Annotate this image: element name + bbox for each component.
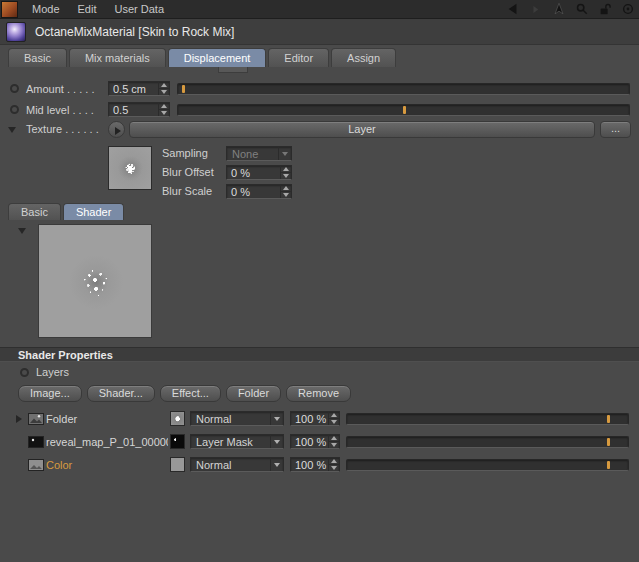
sampling-label: Sampling bbox=[162, 146, 208, 161]
subtab-shader[interactable]: Shader bbox=[63, 203, 124, 220]
amount-field[interactable]: 0.5 cm bbox=[108, 81, 170, 96]
mid-level-slider[interactable] bbox=[177, 104, 630, 116]
layer-name[interactable]: Folder bbox=[46, 409, 168, 429]
tab-basic[interactable]: Basic bbox=[8, 48, 67, 67]
remove-button[interactable]: Remove bbox=[286, 385, 351, 402]
opacity-value: 100 % bbox=[295, 458, 326, 471]
blur-scale-field[interactable]: 0 % bbox=[226, 184, 292, 199]
main-tabbar: Basic Mix materials Displacement Editor … bbox=[8, 48, 396, 67]
layer-actions: Image... Shader... Effect... Folder Remo… bbox=[18, 385, 351, 402]
material-preview-icon bbox=[6, 22, 26, 42]
mid-level-value: 0.5 bbox=[113, 103, 128, 116]
blur-scale-value: 0 % bbox=[231, 185, 250, 198]
blend-mode-value: Normal bbox=[196, 412, 231, 425]
blur-offset-stepper[interactable] bbox=[280, 166, 291, 179]
texture-open-shader-button[interactable] bbox=[108, 121, 125, 138]
blur-offset-value: 0 % bbox=[231, 166, 250, 179]
opacity-field[interactable]: 100 % bbox=[290, 434, 340, 449]
opacity-field[interactable]: 100 % bbox=[290, 411, 340, 426]
texture-shader-button[interactable]: Layer bbox=[129, 121, 595, 138]
layer-row-color[interactable]: Color Normal 100 % bbox=[0, 455, 639, 475]
layer-name[interactable]: Color bbox=[46, 455, 168, 475]
subtab-basic[interactable]: Basic bbox=[8, 203, 61, 220]
texture-browse-button[interactable]: ... bbox=[600, 121, 631, 138]
opacity-slider[interactable] bbox=[346, 413, 629, 425]
target-icon[interactable] bbox=[619, 1, 636, 17]
tab-overflow-stub bbox=[218, 67, 248, 73]
blur-scale-stepper[interactable] bbox=[280, 185, 291, 198]
opacity-stepper[interactable] bbox=[328, 435, 339, 448]
opacity-value: 100 % bbox=[295, 412, 326, 425]
blend-mode-dropdown[interactable]: Normal bbox=[190, 457, 284, 472]
blend-mode-dropdown[interactable]: Layer Mask bbox=[190, 434, 284, 449]
amount-stepper[interactable] bbox=[158, 82, 169, 95]
attribute-manager-window: Mode Edit User Data OctaneMixMaterial [S… bbox=[0, 0, 639, 562]
cursor-icon[interactable] bbox=[550, 1, 567, 17]
blend-mode-value: Normal bbox=[196, 458, 231, 471]
amount-key-dot[interactable] bbox=[10, 84, 19, 93]
blur-offset-field[interactable]: 0 % bbox=[226, 165, 292, 180]
texture-thumbnail[interactable] bbox=[108, 146, 152, 190]
sampling-value: None bbox=[232, 147, 258, 160]
search-icon[interactable] bbox=[573, 1, 590, 17]
mid-level-label: Mid level . . . . bbox=[26, 102, 94, 118]
tab-assign[interactable]: Assign bbox=[331, 48, 396, 67]
amount-slider-handle[interactable] bbox=[182, 85, 185, 93]
sampling-dropdown[interactable]: None bbox=[226, 146, 292, 161]
folder-expander-icon[interactable] bbox=[16, 415, 22, 423]
menu-edit[interactable]: Edit bbox=[69, 0, 106, 19]
opacity-slider-handle[interactable] bbox=[607, 415, 610, 423]
layer-thumbnail[interactable] bbox=[170, 457, 185, 472]
opacity-slider-handle[interactable] bbox=[607, 461, 610, 469]
amount-value: 0.5 cm bbox=[113, 82, 146, 95]
opacity-stepper[interactable] bbox=[328, 412, 339, 425]
chevron-down-icon bbox=[270, 412, 283, 425]
opacity-field[interactable]: 100 % bbox=[290, 457, 340, 472]
amount-slider[interactable] bbox=[177, 83, 630, 95]
amount-label: Amount . . . . . bbox=[26, 81, 94, 97]
opacity-stepper[interactable] bbox=[328, 458, 339, 471]
shader-subtabbar: Basic Shader bbox=[8, 203, 124, 220]
forward-icon[interactable] bbox=[527, 1, 544, 17]
layers-key-dot[interactable] bbox=[20, 368, 29, 377]
back-icon[interactable] bbox=[504, 1, 521, 17]
image-button[interactable]: Image... bbox=[18, 385, 82, 402]
effect-button[interactable]: Effect... bbox=[160, 385, 221, 402]
tab-mix-materials[interactable]: Mix materials bbox=[69, 48, 166, 67]
shader-button[interactable]: Shader... bbox=[87, 385, 155, 402]
layer-name[interactable]: reveal_map_P_01_00000 bbox=[46, 432, 168, 452]
opacity-value: 100 % bbox=[295, 435, 326, 448]
mid-level-key-dot[interactable] bbox=[10, 105, 19, 114]
opacity-slider-handle[interactable] bbox=[607, 438, 610, 446]
preview-expander-icon[interactable] bbox=[18, 228, 26, 234]
menu-user-data[interactable]: User Data bbox=[106, 0, 174, 19]
titlebar: OctaneMixMaterial [Skin to Rock Mix] bbox=[0, 19, 639, 45]
layers-label: Layers bbox=[36, 365, 69, 380]
mid-level-field[interactable]: 0.5 bbox=[108, 102, 170, 117]
mid-level-slider-handle[interactable] bbox=[403, 106, 406, 114]
chevron-down-icon bbox=[270, 458, 283, 471]
blur-offset-label: Blur Offset bbox=[162, 165, 214, 180]
layer-type-icon bbox=[28, 413, 44, 427]
layer-type-icon bbox=[28, 459, 44, 473]
shader-preview-image bbox=[38, 224, 152, 338]
layer-type-icon bbox=[28, 436, 44, 450]
layer-row-folder[interactable]: Folder Normal 100 % bbox=[0, 409, 639, 429]
chevron-down-icon bbox=[278, 147, 291, 160]
folder-button[interactable]: Folder bbox=[226, 385, 281, 402]
manager-mode-icon[interactable] bbox=[1, 1, 18, 18]
shader-properties-header: Shader Properties bbox=[0, 347, 639, 362]
texture-expander-icon[interactable] bbox=[8, 127, 16, 133]
layer-row-reveal-map[interactable]: reveal_map_P_01_00000 Layer Mask 100 % bbox=[0, 432, 639, 452]
tab-displacement[interactable]: Displacement bbox=[168, 48, 267, 67]
blend-mode-dropdown[interactable]: Normal bbox=[190, 411, 284, 426]
layer-thumbnail[interactable] bbox=[170, 411, 185, 426]
menu-mode[interactable]: Mode bbox=[23, 0, 69, 19]
layer-thumbnail[interactable] bbox=[170, 434, 185, 449]
tab-editor[interactable]: Editor bbox=[268, 48, 329, 67]
mid-level-stepper[interactable] bbox=[158, 103, 169, 116]
lock-icon[interactable] bbox=[596, 1, 613, 17]
blur-scale-label: Blur Scale bbox=[162, 184, 212, 199]
opacity-slider[interactable] bbox=[346, 436, 629, 448]
opacity-slider[interactable] bbox=[346, 459, 629, 471]
